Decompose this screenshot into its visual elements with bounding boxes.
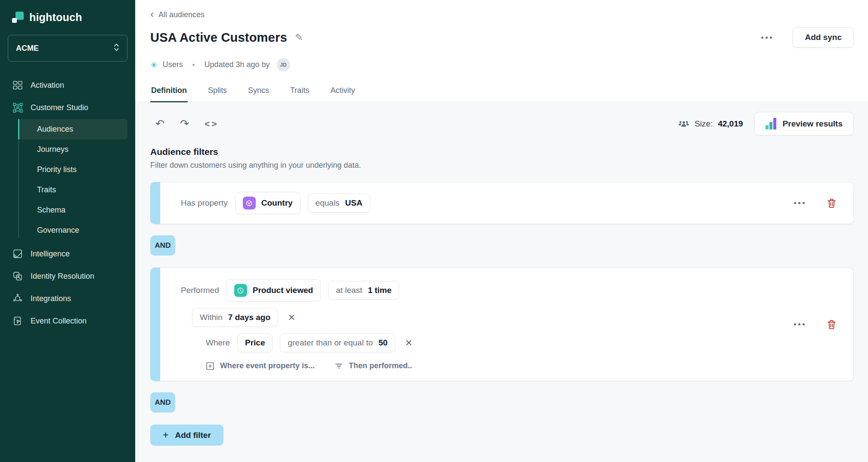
- page-header: ‹ All audiences USA Active Customers ✎ A…: [135, 0, 868, 102]
- condition-value: USA: [345, 198, 363, 208]
- breadcrumb-label: All audiences: [158, 10, 205, 19]
- sidebar-item-schema[interactable]: Schema: [18, 200, 127, 220]
- filter-card-event: Performed Product viewed at le: [150, 268, 854, 381]
- event-name: Product viewed: [253, 286, 313, 295]
- sidebar-item-label: Audiences: [37, 125, 73, 133]
- workspace-selector[interactable]: ACME: [8, 35, 127, 62]
- delete-filter-icon[interactable]: [826, 198, 837, 209]
- tab-bar: Definition Splits Syncs Traits Activity: [135, 83, 868, 102]
- bar-chart-icon: [766, 118, 776, 129]
- filter-kebab-menu[interactable]: [790, 320, 808, 329]
- card-accent-bar: [150, 268, 160, 381]
- undo-icon[interactable]: ↶: [155, 118, 164, 129]
- sidebar-item-label: Identity Resolution: [31, 272, 94, 281]
- where-label: Where: [206, 338, 230, 348]
- event-collection-icon: [12, 315, 23, 326]
- count-chip[interactable]: at least 1 time: [328, 281, 399, 300]
- integrations-icon: [12, 293, 23, 304]
- identity-resolution-icon: [12, 271, 23, 282]
- sidebar-item-label: Journeys: [37, 145, 68, 154]
- meta-row: ✳ Users • Updated 3h ago by JD: [150, 58, 854, 71]
- sidebar-item-priority-lists[interactable]: Priority lists: [18, 160, 127, 180]
- workflow-icon: [12, 80, 23, 91]
- dot-separator: •: [192, 61, 195, 69]
- sidebar-item-activation[interactable]: Activation: [8, 74, 127, 96]
- source-label: Users: [163, 60, 183, 69]
- add-sync-button[interactable]: Add sync: [793, 27, 854, 48]
- property-name: Country: [261, 198, 293, 208]
- connector-and-badge[interactable]: AND: [150, 392, 175, 413]
- sidebar-item-label: Intelligence: [31, 249, 70, 259]
- filter-kebab-menu[interactable]: [790, 199, 808, 208]
- delete-filter-icon[interactable]: [826, 319, 837, 330]
- add-filter-label: Add filter: [175, 431, 211, 440]
- sidebar-item-governance[interactable]: Governance: [18, 220, 127, 240]
- property-filter-body: Has property Country equals USA: [160, 182, 854, 224]
- sidebar-item-audiences[interactable]: Audiences: [18, 119, 127, 139]
- tab-splits[interactable]: Splits: [207, 83, 228, 102]
- tab-definition[interactable]: Definition: [150, 83, 188, 102]
- sidebar-item-traits[interactable]: Traits: [18, 180, 127, 200]
- people-group-icon: [678, 120, 689, 128]
- remove-where-icon[interactable]: ×: [405, 337, 412, 349]
- sidebar: hightouch ACME Activation: [0, 0, 135, 462]
- section-heading: Audience filters: [150, 147, 854, 157]
- tab-syncs[interactable]: Syncs: [247, 83, 270, 102]
- tab-traits[interactable]: Traits: [289, 83, 310, 102]
- then-performed-label: Then performed..: [349, 361, 412, 370]
- sidebar-item-integrations[interactable]: Integrations: [8, 288, 127, 309]
- where-row: Where Price greater than or equal to 50 …: [206, 333, 767, 352]
- where-value: 50: [378, 338, 388, 348]
- connector-and-badge[interactable]: AND: [150, 235, 175, 256]
- chevron-updown-icon: [114, 43, 119, 54]
- filter-lines-icon: [335, 362, 343, 370]
- updated-text: Updated 3h ago by: [204, 60, 270, 69]
- redo-icon[interactable]: ↷: [180, 118, 189, 129]
- header-kebab-menu[interactable]: [758, 33, 775, 42]
- audience-size: Size: 42,019: [678, 119, 743, 129]
- main-content: ‹ All audiences USA Active Customers ✎ A…: [135, 0, 868, 462]
- event-links-row: Where event property is... Then performe…: [206, 361, 767, 370]
- edit-title-icon[interactable]: ✎: [295, 32, 303, 43]
- plus-icon: +: [163, 430, 168, 440]
- window-chip[interactable]: Within 7 days ago: [192, 308, 278, 327]
- then-performed-link[interactable]: Then performed..: [335, 361, 412, 370]
- card-actions: [790, 319, 837, 330]
- sidebar-item-label: Schema: [37, 206, 65, 214]
- sidebar-item-label: Governance: [37, 226, 79, 234]
- card-accent-bar: [150, 182, 160, 224]
- add-event-property-link[interactable]: Where event property is...: [206, 361, 315, 370]
- tab-activity[interactable]: Activity: [329, 83, 356, 102]
- event-chip[interactable]: Product viewed: [226, 279, 321, 302]
- section-description: Filter down customers using anything in …: [150, 161, 854, 170]
- where-condition-chip[interactable]: greater than or equal to 50: [280, 333, 395, 352]
- sidebar-item-journeys[interactable]: Journeys: [18, 139, 127, 160]
- event-filter-body: Performed Product viewed at le: [160, 268, 854, 381]
- sidebar-item-intelligence[interactable]: Intelligence: [8, 243, 127, 265]
- where-operator: greater than or equal to: [288, 338, 373, 348]
- sidebar-item-identity-resolution[interactable]: Identity Resolution: [8, 265, 127, 287]
- count-operator: at least: [336, 286, 362, 295]
- add-filter-button[interactable]: + Add filter: [150, 425, 223, 446]
- size-value: 42,019: [718, 119, 743, 129]
- condition-chip[interactable]: equals USA: [308, 194, 370, 213]
- hightouch-logo[interactable]: hightouch: [8, 11, 127, 24]
- where-property-chip[interactable]: Price: [237, 333, 273, 352]
- sidebar-item-label: Priority lists: [37, 165, 77, 174]
- snowflake-source-icon: ✳: [150, 60, 158, 70]
- remove-window-icon[interactable]: ×: [288, 311, 295, 323]
- customer-studio-icon: [12, 102, 23, 113]
- window-operator: Within: [200, 313, 223, 322]
- sidebar-item-event-collection[interactable]: Event Collection: [8, 310, 127, 332]
- sidebar-item-label: Activation: [31, 81, 64, 90]
- window-row: Within 7 days ago ×: [192, 308, 767, 327]
- code-view-icon[interactable]: <>: [205, 119, 219, 129]
- sidebar-item-label: Traits: [37, 185, 56, 194]
- property-chip[interactable]: Country: [235, 192, 301, 214]
- workspace-name: ACME: [16, 44, 39, 53]
- customer-studio-subnav: Audiences Journeys Priority lists Traits…: [18, 119, 127, 240]
- window-value: 7 days ago: [228, 313, 270, 322]
- preview-results-button[interactable]: Preview results: [754, 112, 854, 136]
- breadcrumb[interactable]: ‹ All audiences: [150, 10, 205, 19]
- sidebar-item-customer-studio[interactable]: Customer Studio: [8, 97, 127, 118]
